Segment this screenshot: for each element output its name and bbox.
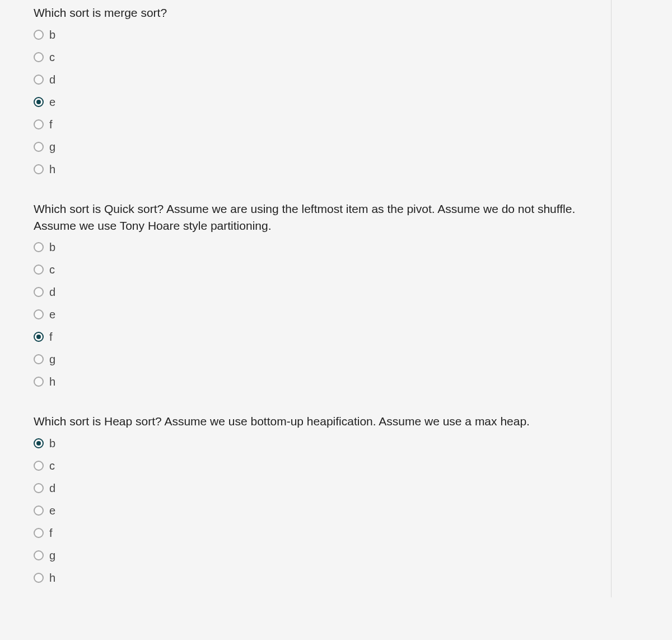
option-d[interactable]: d: [34, 74, 594, 85]
option-d[interactable]: d: [34, 483, 594, 494]
radio-icon: [34, 265, 44, 275]
option-e[interactable]: e: [34, 505, 594, 516]
vertical-divider: [611, 0, 612, 597]
option-b[interactable]: b: [34, 29, 594, 40]
option-label: e: [49, 505, 55, 516]
radio-icon: [34, 377, 44, 387]
option-label: h: [49, 376, 55, 387]
option-b[interactable]: b: [34, 438, 594, 449]
radio-icon: [34, 97, 44, 107]
option-f[interactable]: f: [34, 119, 594, 130]
radio-icon: [34, 483, 44, 493]
option-c[interactable]: c: [34, 460, 594, 471]
radio-icon: [34, 52, 44, 62]
option-e[interactable]: e: [34, 309, 594, 320]
radio-icon: [34, 354, 44, 364]
option-label: h: [49, 164, 55, 175]
radio-icon: [34, 438, 44, 448]
question-prompt: Which sort is Quick sort? Assume we are …: [34, 201, 594, 234]
radio-icon: [34, 332, 44, 342]
radio-icon: [34, 505, 44, 516]
option-label: f: [49, 527, 53, 539]
question-prompt: Which sort is merge sort?: [34, 4, 594, 21]
option-label: e: [49, 309, 55, 320]
option-label: g: [49, 354, 55, 365]
options-list: b c d e f: [34, 29, 594, 175]
radio-icon: [34, 309, 44, 319]
options-list: b c d e f: [34, 242, 594, 387]
radio-icon: [34, 242, 44, 252]
option-label: b: [49, 29, 55, 40]
questions-container: Which sort is merge sort? b c d e: [0, 0, 627, 632]
option-label: b: [49, 438, 55, 449]
radio-icon: [34, 119, 44, 129]
option-h[interactable]: h: [34, 572, 594, 583]
option-h[interactable]: h: [34, 164, 594, 175]
option-label: c: [49, 52, 55, 63]
radio-icon: [34, 142, 44, 152]
option-f[interactable]: f: [34, 527, 594, 539]
option-label: d: [49, 286, 55, 298]
option-c[interactable]: c: [34, 264, 594, 275]
option-e[interactable]: e: [34, 96, 594, 108]
radio-icon: [34, 550, 44, 560]
option-c[interactable]: c: [34, 52, 594, 63]
question-heap-sort: Which sort is Heap sort? Assume we use b…: [34, 413, 594, 583]
option-b[interactable]: b: [34, 242, 594, 253]
radio-icon: [34, 30, 44, 40]
option-f[interactable]: f: [34, 331, 594, 342]
options-list: b c d e f: [34, 438, 594, 583]
option-label: h: [49, 572, 55, 583]
option-g[interactable]: g: [34, 354, 594, 365]
option-label: c: [49, 460, 55, 471]
radio-icon: [34, 164, 44, 174]
radio-icon: [34, 75, 44, 85]
option-label: b: [49, 242, 55, 253]
page-root: Which sort is merge sort? b c d e: [0, 0, 672, 640]
option-label: f: [49, 331, 53, 342]
option-label: d: [49, 483, 55, 494]
option-d[interactable]: d: [34, 286, 594, 298]
option-g[interactable]: g: [34, 141, 594, 152]
question-merge-sort: Which sort is merge sort? b c d e: [34, 4, 594, 175]
radio-icon: [34, 461, 44, 471]
option-label: e: [49, 96, 55, 108]
radio-icon: [34, 287, 44, 297]
option-label: f: [49, 119, 53, 130]
radio-icon: [34, 573, 44, 583]
option-label: d: [49, 74, 55, 85]
option-h[interactable]: h: [34, 376, 594, 387]
option-label: g: [49, 550, 55, 561]
option-g[interactable]: g: [34, 550, 594, 561]
option-label: c: [49, 264, 55, 275]
question-prompt: Which sort is Heap sort? Assume we use b…: [34, 413, 594, 430]
question-quick-sort: Which sort is Quick sort? Assume we are …: [34, 201, 594, 388]
option-label: g: [49, 141, 55, 152]
radio-icon: [34, 528, 44, 538]
